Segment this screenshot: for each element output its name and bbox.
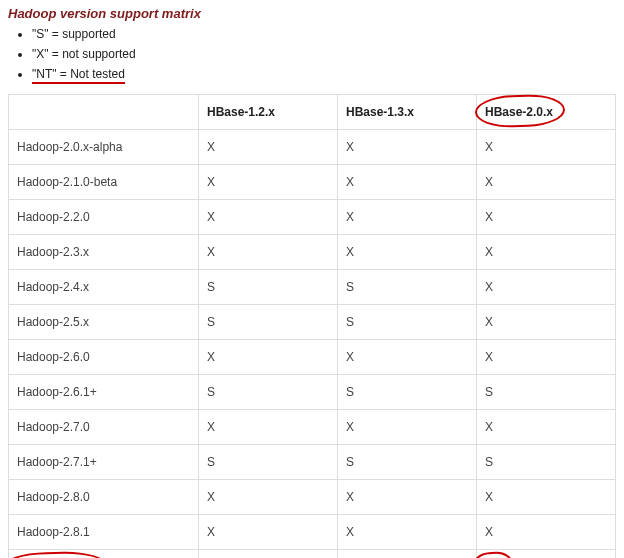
- table-row: Hadoop-2.1.0-betaXXX: [9, 165, 616, 200]
- cell-value: X: [477, 200, 616, 235]
- legend-text: "X" = not supported: [32, 47, 136, 61]
- table-row: Hadoop-3.0.0NTNTNT: [9, 550, 616, 559]
- row-label: Hadoop-2.6.0: [9, 340, 199, 375]
- cell-value: S: [199, 445, 338, 480]
- page-title: Hadoop version support matrix: [8, 6, 616, 21]
- table-row: Hadoop-2.7.0XXX: [9, 410, 616, 445]
- row-label: Hadoop-2.6.1+: [9, 375, 199, 410]
- cell-value: X: [477, 410, 616, 445]
- cell-value: X: [477, 130, 616, 165]
- row-label: Hadoop-2.2.0: [9, 200, 199, 235]
- cell-value: X: [338, 200, 477, 235]
- cell-value: X: [199, 410, 338, 445]
- cell-value: X: [199, 480, 338, 515]
- table-row: Hadoop-2.2.0XXX: [9, 200, 616, 235]
- cell-value: X: [199, 515, 338, 550]
- cell-value: X: [338, 340, 477, 375]
- cell-value: X: [199, 340, 338, 375]
- table-header-row: HBase-1.2.x HBase-1.3.x HBase-2.0.x: [9, 95, 616, 130]
- cell-value: S: [199, 270, 338, 305]
- table-row: Hadoop-2.7.1+SSS: [9, 445, 616, 480]
- legend-item: "NT" = Not tested: [32, 67, 616, 84]
- cell-value: S: [477, 445, 616, 480]
- cell-value: X: [199, 235, 338, 270]
- column-header-circled: HBase-2.0.x: [477, 95, 616, 130]
- legend-item: "S" = supported: [32, 27, 616, 41]
- cell-value: X: [199, 200, 338, 235]
- cell-value: X: [477, 305, 616, 340]
- cell-value: X: [338, 130, 477, 165]
- cell-value: X: [338, 165, 477, 200]
- table-row: Hadoop-2.4.xSSX: [9, 270, 616, 305]
- cell-value: X: [477, 515, 616, 550]
- legend-text-underlined: "NT" = Not tested: [32, 67, 125, 84]
- row-label: Hadoop-2.8.0: [9, 480, 199, 515]
- table-row: Hadoop-2.8.1XXX: [9, 515, 616, 550]
- legend-text: "S" = supported: [32, 27, 116, 41]
- hand-circle-icon: [472, 551, 513, 558]
- row-label: Hadoop-3.0.0: [9, 550, 199, 559]
- row-label: Hadoop-2.8.1: [9, 515, 199, 550]
- table-row: Hadoop-2.3.xXXX: [9, 235, 616, 270]
- table-row: Hadoop-2.5.xSSX: [9, 305, 616, 340]
- column-header-label: HBase-2.0.x: [485, 105, 553, 119]
- cell-value: S: [477, 375, 616, 410]
- cell-value: NT: [199, 550, 338, 559]
- row-label: Hadoop-2.0.x-alpha: [9, 130, 199, 165]
- row-label: Hadoop-2.7.1+: [9, 445, 199, 480]
- cell-value: X: [338, 515, 477, 550]
- cell-value: NT: [338, 550, 477, 559]
- cell-value: X: [477, 235, 616, 270]
- row-label: Hadoop-2.1.0-beta: [9, 165, 199, 200]
- cell-value: X: [199, 130, 338, 165]
- legend-item: "X" = not supported: [32, 47, 616, 61]
- cell-value: X: [199, 165, 338, 200]
- column-header: HBase-1.2.x: [199, 95, 338, 130]
- cell-value: S: [338, 375, 477, 410]
- cell-value: S: [338, 445, 477, 480]
- cell-value: X: [477, 480, 616, 515]
- cell-value: S: [338, 305, 477, 340]
- column-header-blank: [9, 95, 199, 130]
- cell-value: X: [338, 410, 477, 445]
- cell-value: S: [199, 305, 338, 340]
- cell-value: X: [477, 340, 616, 375]
- table-row: Hadoop-2.0.x-alphaXXX: [9, 130, 616, 165]
- cell-value: X: [477, 270, 616, 305]
- table-row: Hadoop-2.6.1+SSS: [9, 375, 616, 410]
- row-label: Hadoop-2.4.x: [9, 270, 199, 305]
- cell-value: NT: [477, 550, 616, 559]
- cell-value: S: [199, 375, 338, 410]
- table-row: Hadoop-2.6.0XXX: [9, 340, 616, 375]
- legend-list: "S" = supported "X" = not supported "NT"…: [8, 27, 616, 84]
- cell-value: S: [338, 270, 477, 305]
- row-label: Hadoop-2.3.x: [9, 235, 199, 270]
- cell-value: X: [477, 165, 616, 200]
- row-label: Hadoop-2.7.0: [9, 410, 199, 445]
- cell-value: X: [338, 235, 477, 270]
- row-label: Hadoop-2.5.x: [9, 305, 199, 340]
- support-matrix-table: HBase-1.2.x HBase-1.3.x HBase-2.0.x Hado…: [8, 94, 616, 558]
- hand-circle-icon: [3, 551, 107, 558]
- cell-value: X: [338, 480, 477, 515]
- table-row: Hadoop-2.8.0XXX: [9, 480, 616, 515]
- column-header: HBase-1.3.x: [338, 95, 477, 130]
